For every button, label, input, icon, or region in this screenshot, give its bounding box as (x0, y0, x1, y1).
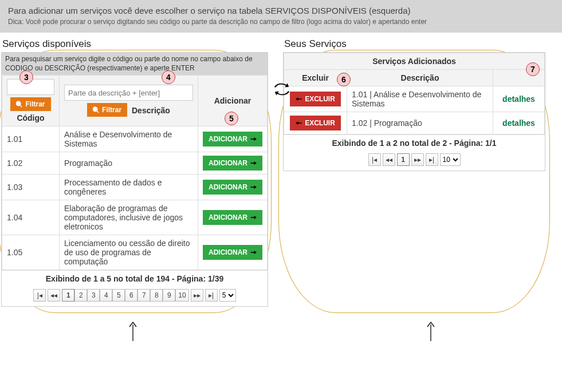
banner-title: Para adicionar um serviços você deve esc… (8, 6, 554, 15)
pager-size-select[interactable]: 10 (440, 153, 461, 166)
filter-cell-codigo: Filtrar Código (2, 76, 60, 126)
cell-action: ADICIONAR (198, 152, 268, 175)
pager-page-button[interactable]: 4 (100, 289, 112, 302)
arrow-right-icon (250, 160, 257, 167)
cell-action: ADICIONAR (198, 200, 268, 235)
cell-action: ADICIONAR (198, 175, 268, 200)
pager-prev-button[interactable]: ◂◂ (48, 289, 60, 302)
cell-action: ADICIONAR (198, 235, 268, 270)
pager-last-button[interactable]: ▸| (426, 153, 438, 166)
pager-page-button[interactable]: 6 (125, 289, 137, 302)
table-row: 1.05Licenciamento ou cessão de direito d… (2, 235, 268, 270)
pager-first-button[interactable]: |◂ (368, 153, 381, 166)
cell-descricao: 1.01 | Análise e Desenvolvimento de Sist… (347, 86, 493, 112)
arrow-right-icon (250, 184, 257, 191)
pager-first-button[interactable]: |◂ (33, 289, 46, 302)
table-row: EXCLUIR1.02 | Programaçãodetalhes (284, 112, 545, 134)
connector-lines (0, 307, 562, 341)
add-button[interactable]: ADICIONAR (203, 180, 262, 195)
arrow-left-icon (296, 120, 302, 126)
cell-descricao: 1.02 | Programação (347, 112, 493, 134)
cell-descricao: Processamento de dados e congêneres (60, 175, 198, 200)
search-icon (93, 106, 100, 113)
available-pagination-status: Exibindo de 1 a 5 no total de 194 - Pági… (2, 270, 268, 287)
callout-4: 4 (162, 70, 175, 84)
pager-page-button[interactable]: 1 (397, 153, 410, 166)
header-descricao: Descrição (132, 106, 170, 115)
filter-button-descricao[interactable]: Filtrar (87, 103, 127, 117)
arrow-right-icon (250, 214, 257, 221)
add-button[interactable]: ADICIONAR (203, 245, 262, 260)
callout-5: 5 (225, 112, 238, 125)
cell-descricao: Análise e Desenvolvimento de Sistemas (60, 126, 198, 152)
search-hint-text: Para pesquisar um serviço digite o códig… (2, 53, 268, 75)
available-services-title: Serviços disponíveis (2, 38, 268, 50)
sync-icon (274, 83, 290, 97)
header-descricao-right: Descrição (347, 70, 493, 86)
details-link[interactable]: detalhes (502, 94, 535, 104)
cell-delete: EXCLUIR (284, 86, 347, 112)
table-row: 1.01Análise e Desenvolvimento de Sistema… (2, 126, 268, 152)
pager-page-button[interactable]: 1 (62, 289, 74, 302)
arrow-right-icon (250, 136, 257, 142)
table-row: 1.03Processamento de dados e congêneresA… (2, 175, 268, 200)
filter-input-descricao[interactable] (64, 85, 193, 101)
pager-next-button[interactable]: ▸▸ (191, 289, 203, 302)
cell-details: detalhes (493, 112, 545, 134)
delete-button[interactable]: EXCLUIR (290, 92, 341, 106)
available-pager: |◂ ◂◂ 12345678910 ▸▸ ▸| 5 (2, 287, 268, 306)
pager-prev-button[interactable]: ◂◂ (383, 153, 395, 166)
filter-cell-descricao: Filtrar Descrição (60, 76, 198, 126)
search-icon (16, 101, 23, 108)
your-services-table: Serviços Adicionados Excluir Descrição E… (284, 53, 545, 134)
available-services-table: Filtrar Código Filtrar Descrição (2, 75, 268, 270)
available-services-panel: Serviços disponíveis Para pesquisar um s… (1, 37, 268, 307)
pager-page-button[interactable]: 7 (137, 289, 150, 302)
delete-button[interactable]: EXCLUIR (290, 116, 341, 130)
cell-codigo: 1.04 (2, 200, 60, 235)
cell-descricao: Licenciamento ou cessão de direito de us… (60, 235, 198, 270)
your-services-title: Seus Serviços (284, 38, 545, 50)
cell-codigo: 1.05 (2, 235, 60, 270)
cell-details: detalhes (493, 86, 545, 112)
table-row: EXCLUIR1.01 | Análise e Desenvolvimento … (284, 86, 545, 112)
cell-codigo: 1.03 (2, 175, 60, 200)
pager-page-button[interactable]: 8 (150, 289, 163, 302)
your-services-panel: Seus Serviços Serviços Adicionados Exclu… (283, 37, 545, 171)
banner-hint: Dica: Você pode procurar o serviço digit… (8, 18, 554, 26)
pager-size-select[interactable]: 5 (219, 289, 236, 302)
pager-page-button[interactable]: 10 (175, 289, 188, 302)
cell-descricao: Elaboração de programas de computadores,… (60, 200, 198, 235)
cell-codigo: 1.01 (2, 126, 60, 152)
details-link[interactable]: detalhes (502, 118, 535, 128)
added-services-title: Serviços Adicionados (284, 53, 545, 70)
your-pager: |◂ ◂◂ 1 ▸▸ ▸| 10 (284, 151, 545, 171)
cell-descricao: Programação (60, 152, 198, 175)
pager-page-button[interactable]: 2 (74, 289, 87, 302)
arrow-left-icon (296, 96, 302, 102)
header-codigo: Código (7, 113, 54, 122)
table-row: 1.02ProgramaçãoADICIONAR (2, 152, 268, 175)
callout-3: 3 (19, 70, 33, 84)
pager-page-button[interactable]: 5 (112, 289, 125, 302)
cell-codigo: 1.02 (2, 152, 60, 175)
table-row: 1.04Elaboração de programas de computado… (2, 200, 268, 235)
add-button[interactable]: ADICIONAR (203, 156, 262, 171)
arrow-right-icon (250, 249, 257, 256)
cell-action: ADICIONAR (198, 126, 268, 152)
add-button[interactable]: ADICIONAR (203, 210, 262, 225)
cell-delete: EXCLUIR (284, 112, 347, 134)
pager-page-button[interactable]: 9 (163, 289, 175, 302)
pager-page-button[interactable]: 3 (87, 289, 100, 302)
add-button[interactable]: ADICIONAR (203, 132, 262, 146)
your-pagination-status: Exibindo de 1 a 2 no total de 2 - Página… (284, 134, 545, 151)
filter-button-codigo[interactable]: Filtrar (10, 97, 50, 111)
callout-7: 7 (526, 62, 540, 76)
pager-last-button[interactable]: ▸| (205, 289, 218, 302)
pager-next-button[interactable]: ▸▸ (411, 153, 424, 166)
instruction-banner: Para adicionar um serviços você deve esc… (0, 0, 562, 33)
callout-6: 6 (337, 73, 351, 86)
